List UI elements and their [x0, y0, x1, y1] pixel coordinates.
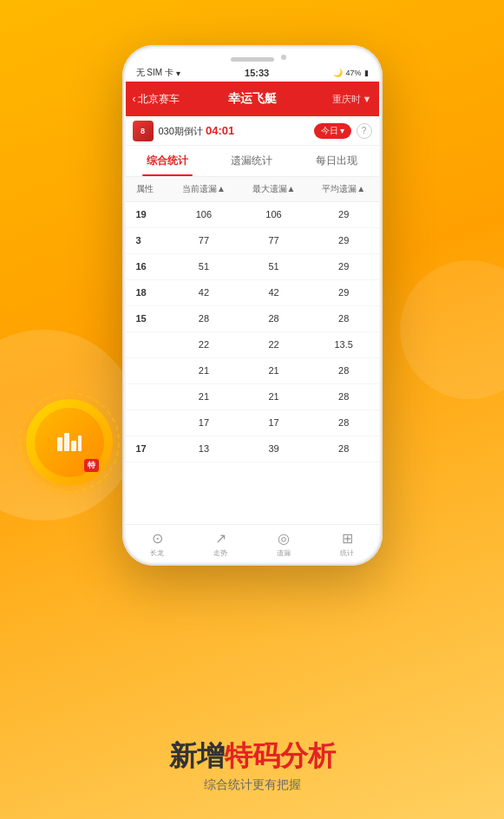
col-header-max: 最大遗漏▲ — [239, 177, 309, 201]
status-carrier: 无 SIM 卡 ▾ — [136, 67, 180, 79]
help-button[interactable]: ? — [357, 123, 372, 139]
phone-speaker — [231, 57, 274, 62]
status-time: 15:33 — [245, 68, 269, 78]
back-chevron-icon: ‹ — [133, 93, 136, 105]
phone-camera — [281, 55, 286, 60]
cell-attr: 15 — [126, 305, 169, 331]
bottom-tab-stats[interactable]: ⊞ 统计 — [316, 530, 379, 558]
countdown-timer: 04:01 — [206, 124, 234, 137]
tabs-row: 综合统计 遗漏统计 每日出现 — [126, 146, 379, 177]
headline: 新增特码分析 — [0, 739, 504, 772]
cell-current: 13 — [169, 436, 239, 462]
table-row: 21 21 28 — [126, 357, 379, 383]
table-row: 17 17 28 — [126, 410, 379, 436]
cell-max: 106 — [239, 201, 309, 227]
cell-current: 17 — [169, 410, 239, 436]
dropdown-icon: ▼ — [363, 94, 372, 104]
stats-table: 属性 当前遗漏▲ 最大遗漏▲ 平均遗漏▲ 19 106 10 — [126, 177, 379, 462]
svg-rect-0 — [57, 437, 62, 451]
tab-daily[interactable]: 每日出现 — [294, 146, 378, 176]
content-area: 8 030期倒计 04:01 今日 ▾ ? 综合统计 — [126, 116, 379, 562]
cell-avg: 28 — [309, 436, 379, 462]
col-header-attr: 属性 — [126, 177, 169, 201]
cell-avg: 28 — [309, 305, 379, 331]
status-bar: 无 SIM 卡 ▾ 15:33 🌙 47% ▮ — [126, 64, 379, 82]
today-button[interactable]: 今日 ▾ — [314, 123, 351, 139]
bottom-tab-trend[interactable]: ↗ 走势 — [189, 530, 252, 558]
today-dropdown-icon: ▾ — [340, 126, 344, 135]
cell-current: 51 — [169, 253, 239, 279]
table-row: 3 77 77 29 — [126, 227, 379, 253]
col-header-current: 当前遗漏▲ — [169, 177, 239, 201]
cell-avg: 29 — [309, 227, 379, 253]
cell-attr: 3 — [126, 227, 169, 253]
status-battery: 🌙 47% ▮ — [333, 69, 368, 77]
cell-max: 42 — [239, 279, 309, 305]
cell-attr — [126, 357, 169, 383]
lottery-icon: 8 — [133, 121, 154, 141]
cell-max: 39 — [239, 436, 309, 462]
tab-comprehensive[interactable]: 综合统计 — [126, 146, 210, 176]
missing-icon: ◎ — [278, 530, 290, 547]
cell-attr: 18 — [126, 279, 169, 305]
battery-icon: ▮ — [364, 69, 369, 77]
nav-right-area[interactable]: 重庆时 ▼ — [320, 93, 372, 106]
cell-max: 21 — [239, 357, 309, 383]
table-row: 19 106 106 29 — [126, 201, 379, 227]
cell-current: 42 — [169, 279, 239, 305]
cell-max: 51 — [239, 253, 309, 279]
cell-current: 22 — [169, 331, 239, 357]
cell-max: 21 — [239, 383, 309, 410]
cell-avg: 29 — [309, 201, 379, 227]
cell-max: 77 — [239, 227, 309, 253]
bg-decoration-right — [400, 260, 504, 399]
bottom-tab-longdragon[interactable]: ⊙ 长龙 — [126, 530, 189, 558]
cell-current: 77 — [169, 227, 239, 253]
cell-current: 21 — [169, 383, 239, 410]
tab-missing[interactable]: 遗漏统计 — [210, 146, 294, 176]
cell-max: 17 — [239, 410, 309, 436]
table-header-row: 属性 当前遗漏▲ 最大遗漏▲ 平均遗漏▲ — [126, 177, 379, 201]
bottom-section: 新增特码分析 综合统计更有把握 — [0, 739, 504, 793]
period-info: 030期倒计 04:01 — [159, 124, 309, 138]
special-label: 特 — [84, 459, 99, 472]
special-badge: 特 — [26, 399, 113, 486]
headline-prefix: 新增 — [169, 740, 225, 771]
col-header-avg: 平均遗漏▲ — [309, 177, 379, 201]
table-row: 18 42 42 29 — [126, 279, 379, 305]
table-row: 21 21 28 — [126, 383, 379, 410]
cell-attr: 19 — [126, 201, 169, 227]
longdragon-icon: ⊙ — [152, 530, 163, 547]
cell-attr: 16 — [126, 253, 169, 279]
cell-attr — [126, 331, 169, 357]
table-row: 16 51 51 29 — [126, 253, 379, 279]
badge-ring: 特 — [26, 399, 113, 486]
wifi-icon: ▾ — [176, 69, 180, 78]
badge-inner-circle: 特 — [35, 408, 104, 477]
svg-rect-1 — [64, 433, 69, 451]
table-row: 22 22 13.5 — [126, 331, 379, 357]
cell-max: 28 — [239, 305, 309, 331]
cell-current: 106 — [169, 201, 239, 227]
bottom-tab-missing[interactable]: ◎ 遗漏 — [252, 530, 316, 558]
headline-highlight: 特码分析 — [225, 740, 336, 771]
cell-current: 28 — [169, 305, 239, 331]
cell-attr — [126, 410, 169, 436]
cell-attr: 17 — [126, 436, 169, 462]
cell-current: 21 — [169, 357, 239, 383]
cell-avg: 28 — [309, 383, 379, 410]
bottom-bar: ⊙ 长龙 ↗ 走势 ◎ 遗漏 ⊞ 统计 — [126, 524, 379, 562]
nav-title: 幸运飞艇 — [185, 91, 320, 107]
table-row: 15 28 28 28 — [126, 305, 379, 331]
cell-avg: 28 — [309, 410, 379, 436]
info-bar: 8 030期倒计 04:01 今日 ▾ ? — [126, 116, 379, 146]
cell-avg: 13.5 — [309, 331, 379, 357]
headline-subtitle: 综合统计更有把握 — [0, 777, 504, 793]
phone-frame: 无 SIM 卡 ▾ 15:33 🌙 47% ▮ ‹ 北京赛车 幸运飞艇 重庆时 … — [122, 45, 383, 566]
trend-icon: ↗ — [215, 530, 226, 547]
chart-bar-icon — [56, 429, 82, 457]
stats-icon: ⊞ — [342, 530, 353, 547]
cell-avg: 29 — [309, 279, 379, 305]
nav-back-button[interactable]: ‹ 北京赛车 — [133, 92, 185, 107]
cell-avg: 29 — [309, 253, 379, 279]
